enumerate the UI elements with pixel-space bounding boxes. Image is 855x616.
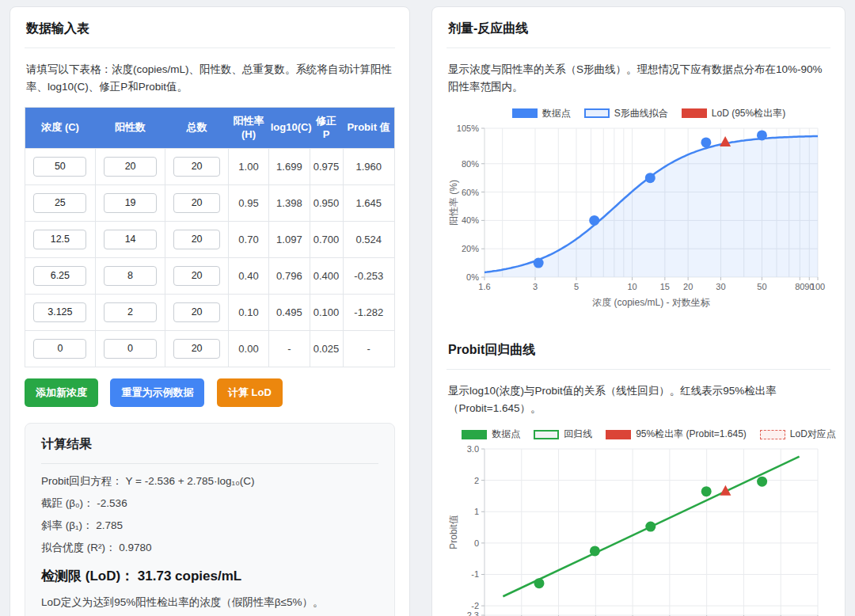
legend-item: LoD对应点: [760, 428, 836, 441]
input-cell: [165, 294, 228, 330]
input-cell: [95, 184, 165, 221]
log10-cell: 1.097: [269, 221, 310, 257]
reset-example-data-button[interactable]: 重置为示例数据: [110, 378, 204, 407]
lod-calculator-page: 数据输入表 请填写以下表格：浓度(copies/mL)、阳性数、总重复数。系统将…: [0, 0, 855, 616]
probit-cell: 1.960: [343, 148, 394, 184]
svg-text:浓度 (copies/mL) - 对数坐标: 浓度 (copies/mL) - 对数坐标: [592, 297, 711, 308]
table-header-cell: 总数: [165, 107, 228, 148]
positive-count-input[interactable]: [104, 302, 157, 322]
svg-text:-2: -2: [471, 601, 479, 610]
adjusted-p-cell: 0.975: [310, 148, 343, 184]
log10-cell: 1.699: [269, 148, 310, 184]
total-count-input[interactable]: [173, 230, 221, 249]
total-count-input[interactable]: [173, 302, 221, 322]
data-input-card: 数据输入表 请填写以下表格：浓度(copies/mL)、阳性数、总重复数。系统将…: [10, 6, 410, 616]
positive-rate-cell: 0.00: [228, 330, 268, 367]
input-cell: [165, 221, 228, 257]
adjusted-p-cell: 0.025: [310, 330, 343, 367]
button-row: 添加新浓度 重置为示例数据 计算 LoD: [25, 378, 395, 407]
input-cell: [95, 221, 165, 257]
svg-text:3: 3: [533, 282, 538, 291]
concentration-input[interactable]: [33, 339, 86, 359]
svg-text:40%: 40%: [462, 215, 479, 225]
dose-section-body: 显示浓度与阳性率的关系（S形曲线）。理想情况下应有数据点分布在10%-90%阳性…: [432, 48, 845, 325]
legend-label: 回归线: [564, 428, 592, 441]
svg-text:3.0: 3.0: [467, 444, 479, 454]
table-header-cell: Probit 值: [343, 107, 394, 148]
positive-count-input[interactable]: [104, 266, 157, 286]
svg-text:80%: 80%: [462, 158, 479, 168]
svg-text:1: 1: [474, 507, 479, 516]
input-card-body: 请填写以下表格：浓度(copies/mL)、阳性数、总重复数。系统将自动计算阳性…: [10, 48, 409, 616]
legend-label: 数据点: [492, 428, 520, 441]
legend-label: 95%检出率 (Probit=1.645): [636, 428, 747, 441]
legend-item: LoD (95%检出率): [682, 107, 785, 120]
positive-count-input[interactable]: [104, 193, 157, 213]
svg-text:20%: 20%: [462, 244, 479, 253]
table-header-cell: 阳性率 (H): [228, 107, 268, 148]
input-cell: [95, 148, 165, 184]
legend-item: 95%检出率 (Probit=1.645): [606, 428, 747, 441]
concentration-input[interactable]: [33, 230, 86, 249]
log10-cell: 0.796: [269, 257, 310, 294]
calculate-lod-button[interactable]: 计算 LoD: [217, 378, 283, 407]
concentration-input[interactable]: [33, 157, 86, 177]
probit-section-title: Probit回归曲线: [432, 325, 845, 369]
table-row: 0.701.0970.7000.524: [25, 221, 395, 257]
concentration-input[interactable]: [33, 266, 86, 286]
svg-text:105%: 105%: [457, 124, 479, 133]
table-row: 0.00-0.025-: [25, 330, 395, 367]
charts-card: 剂量-反应曲线 显示浓度与阳性率的关系（S形曲线）。理想情况下应有数据点分布在1…: [431, 6, 846, 616]
positive-count-input[interactable]: [104, 230, 157, 249]
add-concentration-button[interactable]: 添加新浓度: [25, 378, 98, 407]
legend-swatch: [584, 108, 610, 118]
svg-text:Probit值: Probit值: [448, 515, 459, 549]
total-count-input[interactable]: [173, 193, 221, 213]
svg-text:-1: -1: [471, 570, 479, 580]
table-row: 0.100.4950.100-1.282: [25, 294, 395, 330]
svg-text:-2.3: -2.3: [464, 610, 479, 616]
svg-text:15: 15: [660, 282, 670, 291]
table-header-cell: 阳性数: [95, 107, 165, 148]
input-cell: [165, 148, 228, 184]
probit-cell: -1.282: [343, 294, 394, 330]
svg-text:5: 5: [574, 282, 579, 291]
svg-text:50: 50: [757, 282, 766, 291]
input-card-description: 请填写以下表格：浓度(copies/mL)、阳性数、总重复数。系统将自动计算阳性…: [26, 61, 393, 97]
input-cell: [165, 330, 228, 367]
input-cell: [95, 294, 165, 330]
svg-text:0: 0: [474, 538, 479, 548]
table-header-row: 浓度 (C)阳性数总数阳性率 (H)log10(C)修正 PProbit 值: [25, 107, 395, 148]
concentration-input[interactable]: [33, 193, 86, 213]
table-row: 0.400.7960.400-0.253: [25, 257, 395, 294]
legend-item: 数据点: [512, 107, 571, 120]
adjusted-p-cell: 0.100: [310, 294, 343, 330]
total-count-input[interactable]: [173, 157, 221, 177]
svg-text:80: 80: [795, 282, 804, 291]
positive-rate-cell: 0.10: [228, 294, 268, 330]
positive-count-input[interactable]: [104, 339, 157, 359]
legend-swatch: [760, 430, 785, 439]
log10-cell: 0.495: [269, 294, 310, 330]
positive-rate-cell: 1.00: [228, 148, 268, 184]
total-count-input[interactable]: [173, 266, 221, 286]
probit-section-body: 显示log10(浓度)与Probit值的关系（线性回归）。红线表示95%检出率（…: [432, 370, 845, 616]
adjusted-p-cell: 0.950: [310, 184, 343, 221]
legend-swatch: [682, 108, 707, 118]
legend-swatch: [462, 430, 487, 439]
legend-label: 数据点: [542, 107, 571, 120]
regression-equation: Probit回归方程： Y = -2.536 + 2.785·log₁₀(C): [41, 474, 378, 489]
concentration-input[interactable]: [33, 302, 86, 322]
log10-cell: -: [269, 330, 310, 367]
total-count-input[interactable]: [173, 339, 221, 359]
legend-swatch: [606, 430, 631, 439]
table-row: 1.001.6990.9751.960: [25, 148, 395, 184]
positive-count-input[interactable]: [104, 157, 157, 177]
input-cell: [25, 148, 96, 184]
table-header-cell: 修正 P: [310, 107, 343, 148]
probit-cell: -: [343, 330, 394, 367]
legend-swatch: [534, 430, 559, 439]
dose-response-chart: 1.635101520305080901000%20%40%60%80%105%…: [446, 122, 829, 312]
input-cell: [25, 221, 96, 257]
legend-swatch: [512, 108, 538, 118]
